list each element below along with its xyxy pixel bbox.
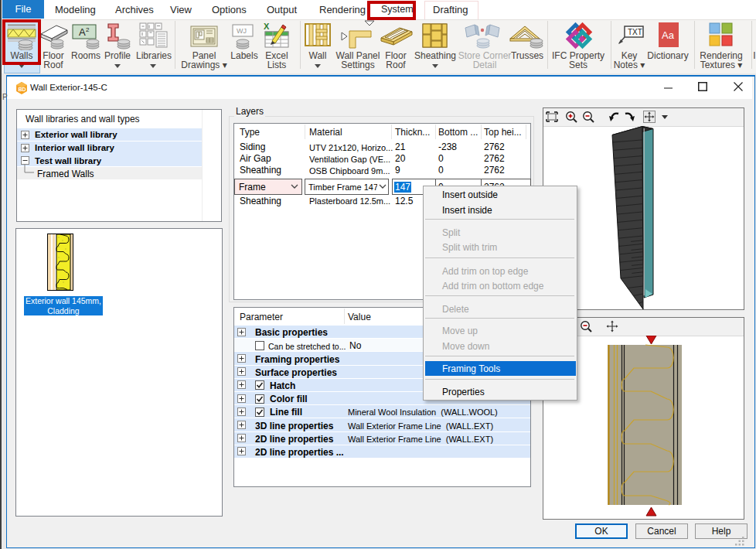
- svg-text:BD: BD: [18, 87, 26, 92]
- svg-text:A: A: [79, 26, 86, 38]
- svg-text:X: X: [264, 22, 270, 31]
- svg-text:2: 2: [86, 26, 90, 33]
- svg-text:TXT: TXT: [628, 28, 642, 36]
- svg-text:Aa: Aa: [662, 29, 675, 41]
- svg-text:WJ: WJ: [237, 27, 247, 35]
